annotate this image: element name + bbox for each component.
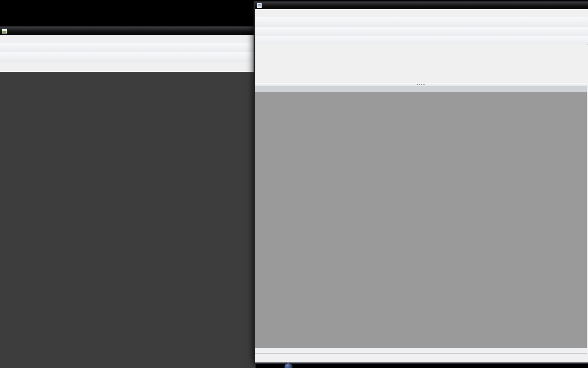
writer-table-data-toolbar <box>255 36 588 45</box>
data-source-browser <box>255 44 587 83</box>
splitter-grip-icon <box>417 84 425 85</box>
writer-window <box>254 1 588 364</box>
calc-window <box>0 26 256 368</box>
calc-app-icon <box>2 29 7 34</box>
writer-titlebar[interactable] <box>255 2 588 9</box>
desktop <box>0 0 588 368</box>
writer-formatting-toolbar <box>255 27 588 36</box>
horizontal-ruler[interactable] <box>255 86 587 92</box>
writer-status-bar <box>255 353 587 360</box>
calc-standard-toolbar <box>0 43 255 52</box>
writer-standard-toolbar <box>255 17 588 27</box>
document-area[interactable] <box>255 92 587 348</box>
calc-menubar <box>0 35 255 43</box>
horizontal-scrollbar[interactable] <box>255 348 587 353</box>
calc-formula-bar <box>0 62 255 72</box>
writer-menubar <box>255 9 588 17</box>
calc-titlebar[interactable] <box>0 27 255 35</box>
writer-app-icon <box>257 3 262 8</box>
calc-formatting-toolbar <box>0 52 255 62</box>
calc-sheet-area <box>0 72 255 368</box>
